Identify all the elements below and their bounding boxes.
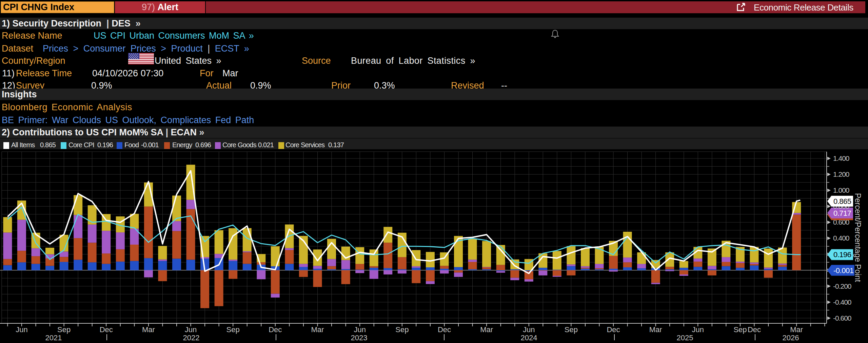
svg-text:Sep: Sep xyxy=(226,325,240,334)
svg-text:2022: 2022 xyxy=(183,334,200,342)
svg-text:Sep: Sep xyxy=(733,325,747,334)
svg-text:0.400: 0.400 xyxy=(833,234,849,242)
svg-text:Jun: Jun xyxy=(16,325,27,334)
svg-text:Mar: Mar xyxy=(311,325,324,334)
svg-text:2025: 2025 xyxy=(677,334,693,342)
svg-text:2024: 2024 xyxy=(521,334,537,342)
svg-text:Dec: Dec xyxy=(438,325,451,334)
svg-text:Jun: Jun xyxy=(354,325,366,334)
svg-text:Dec: Dec xyxy=(269,325,282,334)
svg-text:1.400: 1.400 xyxy=(833,154,849,162)
svg-text:Dec: Dec xyxy=(748,325,761,334)
svg-text:Mar: Mar xyxy=(790,325,803,334)
svg-text:Sep: Sep xyxy=(565,325,578,334)
svg-text:Sep: Sep xyxy=(57,325,71,334)
svg-text:Mar: Mar xyxy=(649,325,662,334)
svg-text:0.196: 0.196 xyxy=(833,250,851,259)
svg-text:-0.400: -0.400 xyxy=(833,298,851,306)
svg-text:Sep: Sep xyxy=(395,325,409,334)
svg-text:1.000: 1.000 xyxy=(833,186,849,194)
svg-text:0.717: 0.717 xyxy=(833,209,851,217)
svg-text:2023: 2023 xyxy=(351,334,368,342)
svg-text:Mar: Mar xyxy=(142,325,155,334)
svg-text:0.865: 0.865 xyxy=(833,197,851,206)
svg-text:Percent/Percentage Point: Percent/Percentage Point xyxy=(853,193,862,282)
svg-text:2026: 2026 xyxy=(783,334,799,342)
svg-text:1.200: 1.200 xyxy=(833,170,849,178)
svg-text:-0.600: -0.600 xyxy=(833,314,851,322)
svg-text:-0.001: -0.001 xyxy=(833,266,854,275)
svg-text:2021: 2021 xyxy=(45,334,62,342)
svg-text:Jun: Jun xyxy=(692,325,704,334)
svg-text:Dec: Dec xyxy=(100,325,113,334)
svg-text:Jun: Jun xyxy=(185,325,197,334)
svg-text:-0.200: -0.200 xyxy=(833,282,851,290)
svg-text:Dec: Dec xyxy=(607,325,620,334)
svg-text:Mar: Mar xyxy=(480,325,493,334)
svg-text:Jun: Jun xyxy=(523,325,535,334)
